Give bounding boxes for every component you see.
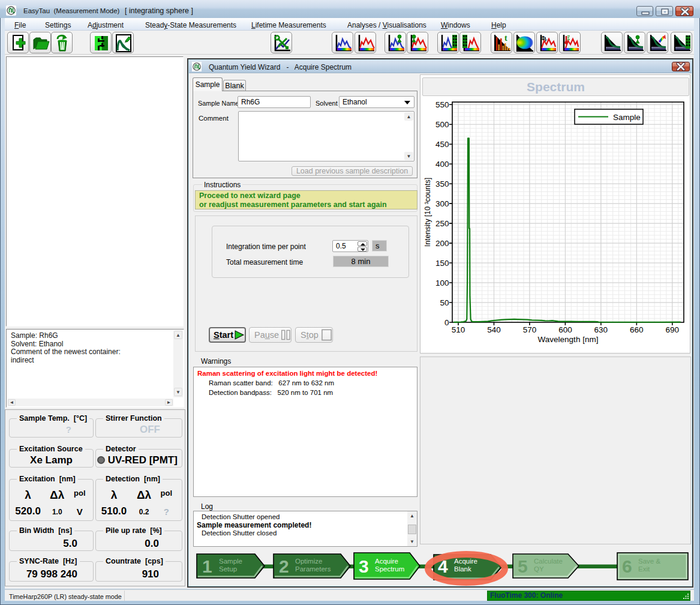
svg-text:0: 0 bbox=[444, 318, 449, 327]
svg-text:2: 2 bbox=[279, 556, 289, 576]
svg-text:200: 200 bbox=[435, 239, 449, 248]
svg-text:Exit: Exit bbox=[638, 565, 650, 573]
svg-text:QY: QY bbox=[534, 565, 544, 573]
svg-text:Spectrum: Spectrum bbox=[375, 565, 404, 573]
svg-text:F: F bbox=[545, 38, 547, 43]
svg-text:Intensity [10 ³counts]: Intensity [10 ³counts] bbox=[423, 178, 432, 247]
svg-text:540: 540 bbox=[487, 325, 501, 334]
svg-text:300: 300 bbox=[435, 199, 449, 208]
svg-text:630: 630 bbox=[594, 325, 608, 334]
svg-text:3: 3 bbox=[359, 556, 369, 576]
svg-text:400: 400 bbox=[435, 160, 449, 169]
svg-text:t: t bbox=[504, 34, 507, 43]
svg-text:5: 5 bbox=[518, 556, 528, 576]
svg-text:Acquire: Acquire bbox=[454, 558, 477, 565]
svg-text:550: 550 bbox=[435, 100, 449, 109]
svg-text:100: 100 bbox=[435, 278, 449, 287]
svg-text:Optimize: Optimize bbox=[295, 558, 322, 565]
svg-text:450: 450 bbox=[435, 140, 449, 149]
svg-text:Sample: Sample bbox=[613, 113, 641, 122]
svg-text:Setup: Setup bbox=[219, 565, 237, 573]
svg-text:600: 600 bbox=[558, 325, 572, 334]
svg-text:690: 690 bbox=[666, 325, 680, 334]
svg-text:660: 660 bbox=[630, 325, 644, 334]
svg-text:150: 150 bbox=[435, 259, 449, 268]
svg-text:510: 510 bbox=[452, 325, 465, 334]
svg-text:Blank: Blank bbox=[454, 565, 471, 573]
svg-text:250: 250 bbox=[435, 219, 449, 228]
svg-text:Wavelength [nm]: Wavelength [nm] bbox=[538, 335, 599, 344]
svg-text:350: 350 bbox=[435, 179, 449, 188]
svg-text:Acquire: Acquire bbox=[375, 558, 398, 565]
svg-text:500: 500 bbox=[435, 120, 449, 129]
svg-text:50: 50 bbox=[440, 298, 449, 307]
svg-text:570: 570 bbox=[523, 325, 537, 334]
svg-text:Parameters: Parameters bbox=[295, 565, 331, 573]
svg-text:6: 6 bbox=[622, 556, 632, 576]
svg-text:Save &: Save & bbox=[638, 558, 660, 565]
svg-text:Calculate: Calculate bbox=[534, 558, 563, 565]
svg-text:Sample: Sample bbox=[219, 558, 242, 565]
svg-text:1: 1 bbox=[202, 556, 212, 576]
